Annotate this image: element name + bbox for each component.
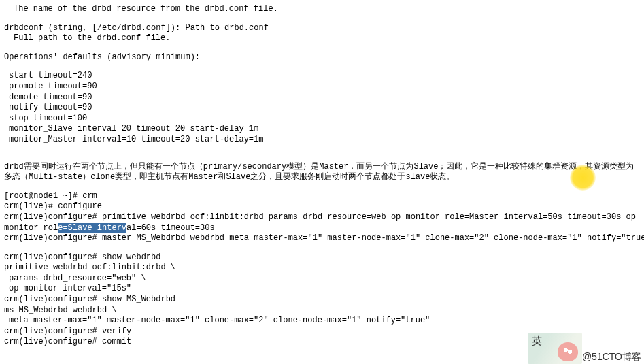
terminal-line: [root@node1 ~]# crm: [4, 191, 640, 202]
text-line: Full path to the drbd.conf file.: [4, 33, 640, 44]
blank-line: [4, 244, 640, 252]
text-segment: al=60s timeout=30s: [126, 223, 215, 233]
watermark-text: @51CTO博客: [579, 349, 644, 364]
terminal-line: meta master-max="1" master-node-max="1" …: [4, 316, 640, 327]
text-line: Operations' defaults (advisory minimum):: [4, 52, 640, 63]
text-line: notify timeout=90: [4, 103, 640, 114]
text-line: promote timeout=90: [4, 82, 640, 93]
terminal-line: crm(live)configure# show webdrbd: [4, 252, 640, 263]
blank-line: [4, 15, 640, 23]
text-line: monitor_Slave interval=20 timeout=20 sta…: [4, 124, 640, 135]
text-selection: e=Slave interv: [58, 223, 126, 233]
text-line: monitor_Master interval=10 timeout=20 st…: [4, 135, 640, 146]
text-line: demote timeout=90: [4, 93, 640, 103]
watermark-image: [528, 333, 582, 364]
text-line: start timeout=240: [4, 71, 640, 82]
watermark: @51CTO博客: [528, 333, 644, 364]
terminal-line: crm(live)configure# primitive webdrbd oc…: [4, 212, 640, 233]
terminal-line: params drbd_resource="web" \: [4, 274, 640, 284]
blank-line: [4, 63, 640, 71]
blank-line: [4, 183, 640, 191]
blank-line: [4, 154, 640, 162]
text-paragraph: drbd需要同时运行在两个节点上，但只能有一个节点（primary/second…: [4, 162, 640, 183]
terminal-line: crm(live)configure# master MS_Webdrbd we…: [4, 233, 640, 244]
blank-line: [4, 44, 640, 52]
blank-line: [4, 146, 640, 154]
terminal-line: op monitor interval="15s": [4, 284, 640, 295]
text-line: drbdconf (string, [/etc/drbd.conf]): Pat…: [4, 23, 640, 34]
terminal-line: crm(live)# configure: [4, 201, 640, 212]
terminal-line: primitive webdrbd ocf:linbit:drbd \: [4, 263, 640, 274]
terminal-line: ms MS_Webdrbd webdrbd \: [4, 305, 640, 316]
text-line: stop timeout=100: [4, 114, 640, 125]
text-line: The name of the drbd resource from the d…: [4, 4, 640, 15]
terminal-line: crm(live)configure# show MS_Webdrbd: [4, 295, 640, 305]
